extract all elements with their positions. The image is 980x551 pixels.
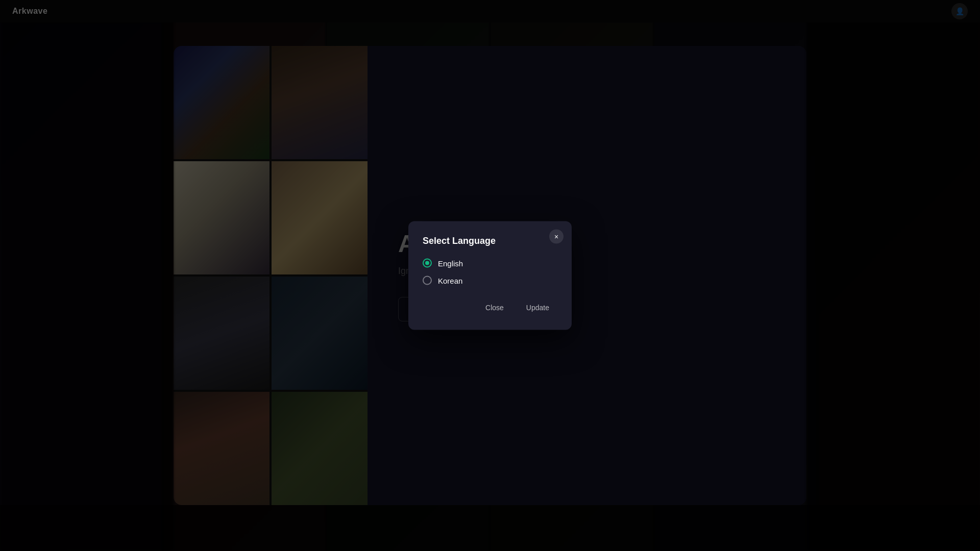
radio-english[interactable] (423, 259, 432, 268)
close-button[interactable]: Close (477, 299, 512, 316)
modal-overlay: × Select Language English Korean Close U… (0, 0, 980, 551)
dialog-title: Select Language (423, 236, 557, 246)
update-button[interactable]: Update (518, 299, 557, 316)
language-dialog: × Select Language English Korean Close U… (408, 221, 572, 330)
language-option-korean[interactable]: Korean (423, 276, 557, 285)
language-option-english[interactable]: English (423, 259, 557, 268)
radio-korean[interactable] (423, 276, 432, 285)
language-label-english: English (438, 259, 463, 267)
dialog-close-x-button[interactable]: × (549, 230, 564, 244)
language-label-korean: Korean (438, 276, 462, 285)
dialog-footer: Close Update (423, 299, 557, 316)
